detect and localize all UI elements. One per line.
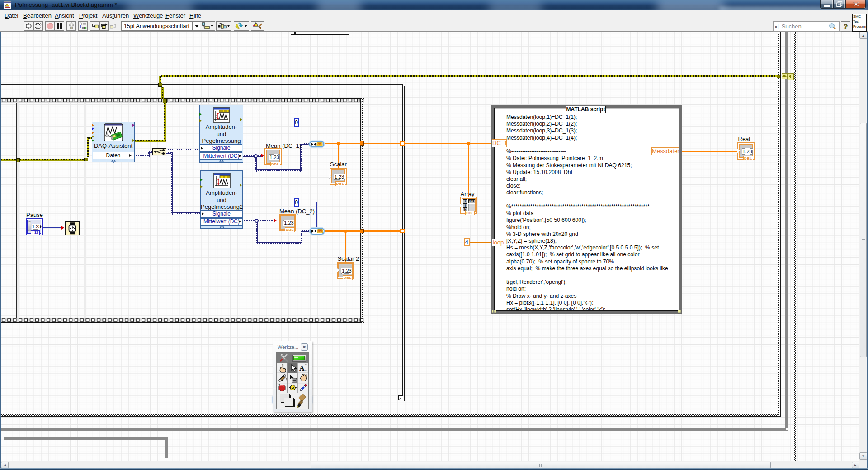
svg-text:P: P [291,386,294,390]
svg-text:dbl: dbl [318,229,322,232]
svg-text:A: A [299,364,305,372]
svg-text:dbl: dbl [318,142,322,146]
